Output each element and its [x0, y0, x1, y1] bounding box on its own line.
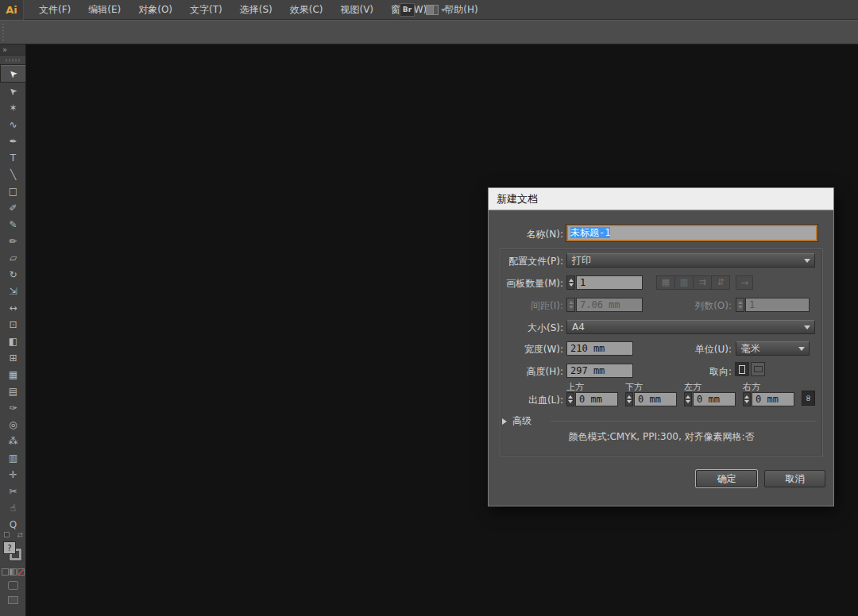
menu-file[interactable]: 文件(F) — [30, 0, 79, 19]
tool-column-graph-tool[interactable]: ▥ — [0, 449, 26, 466]
dialog-titlebar[interactable]: 新建文档 — [489, 188, 833, 210]
ok-button[interactable]: 确定 — [696, 470, 757, 487]
tool-shape-builder-tool[interactable]: ◧ — [0, 333, 26, 349]
tool-rotate-tool[interactable]: ↻ — [0, 266, 26, 283]
orientation-label: 取向: — [660, 365, 732, 379]
rectangle-tool-icon: □ — [9, 187, 17, 196]
bleed-bottom-label: 下方 — [625, 381, 643, 393]
go-to-bridge-button[interactable]: Br — [400, 3, 415, 17]
menu-effect[interactable]: 效果(C) — [281, 0, 332, 19]
tool-gradient-tool[interactable]: ▤ — [0, 383, 26, 399]
landscape-page-icon — [754, 366, 763, 372]
artboards-label: 画板数量(M): — [489, 277, 563, 291]
tool-direct-selection-tool[interactable]: ➤ — [0, 83, 26, 99]
bleed-top-stepper[interactable] — [566, 392, 574, 406]
menu-object[interactable]: 对象(O) — [129, 0, 181, 19]
bleed-right-label: 右方 — [743, 381, 760, 393]
bleed-left-input[interactable]: 0 mm — [693, 392, 736, 406]
tool-hand-tool[interactable]: ☝ — [0, 499, 26, 516]
tool-slice-tool[interactable]: ✂ — [0, 483, 26, 499]
pencil-tool-icon: ✎ — [9, 220, 17, 229]
workspace-switcher-button[interactable] — [426, 4, 450, 16]
bleed-label: 出血(L): — [489, 394, 563, 407]
tools-panel: » ➤➤✶∿✒T╲□✐✎✏▱↻⇲↔⊡◧⊞▦▤✑◎⁂▥✛✂☝Q ⇄ ? — [0, 44, 26, 616]
columns-stepper[interactable] — [736, 298, 744, 312]
menu-bar: Ai 文件(F)编辑(E)对象(O)文字(T)选择(S)效果(C)视图(V)窗口… — [0, 0, 858, 20]
tool-perspective-grid-tool[interactable]: ⊞ — [0, 349, 26, 366]
bleed-bottom-stepper[interactable] — [625, 392, 633, 406]
menu-select[interactable]: 选择(S) — [231, 0, 281, 19]
height-input[interactable]: 297 mm — [566, 364, 633, 378]
tool-mesh-tool[interactable]: ▦ — [0, 366, 26, 383]
tools-panel-grip[interactable] — [6, 59, 20, 62]
chevron-down-icon — [441, 9, 446, 12]
menu-type[interactable]: 文字(T) — [181, 0, 231, 19]
tool-free-transform-tool[interactable]: ⊡ — [0, 316, 26, 333]
units-dropdown[interactable]: 毫米 — [736, 341, 810, 356]
tool-pencil-tool[interactable]: ✎ — [0, 216, 26, 233]
link-bleed-values-button[interactable]: ∞ — [802, 391, 815, 406]
tool-eraser-tool[interactable]: ▱ — [0, 249, 26, 266]
bleed-right-input[interactable]: 0 mm — [752, 392, 794, 406]
name-input[interactable]: 未标题-1 — [566, 225, 817, 241]
arrange-by-row-button[interactable]: ⇉ — [693, 275, 712, 290]
tool-type-tool[interactable]: T — [0, 149, 26, 166]
tool-blend-tool[interactable]: ◎ — [0, 416, 26, 433]
columns-input[interactable]: 1 — [745, 298, 810, 312]
arrange-by-column-button[interactable]: ⇵ — [711, 275, 730, 290]
screen-mode-button[interactable] — [8, 596, 18, 604]
spacing-input[interactable]: 7.06 mm — [576, 298, 643, 312]
profile-label: 配置文件(P): — [489, 255, 563, 268]
orientation-portrait-button[interactable] — [735, 362, 749, 376]
swap-fill-stroke-button[interactable]: ⇄ — [0, 530, 26, 540]
tool-blob-brush-tool[interactable]: ✏ — [0, 233, 26, 249]
control-bar-grip[interactable] — [2, 24, 4, 41]
gradient-mode-button[interactable] — [10, 568, 17, 576]
tool-eyedropper-tool[interactable]: ✑ — [0, 399, 26, 416]
tool-symbol-sprayer-tool[interactable]: ⁂ — [0, 433, 26, 449]
grid-by-row-button[interactable]: ▦ — [656, 275, 675, 290]
width-input[interactable]: 210 mm — [566, 341, 633, 356]
cancel-button[interactable]: 取消 — [764, 470, 825, 487]
artboards-stepper[interactable] — [566, 275, 575, 290]
bleed-bottom-input[interactable]: 0 mm — [634, 392, 677, 406]
tool-width-tool[interactable]: ↔ — [0, 299, 26, 316]
profile-dropdown[interactable]: 打印 — [566, 253, 815, 268]
advanced-toggle[interactable]: 高级 — [512, 414, 531, 428]
draw-mode-button[interactable] — [8, 581, 18, 590]
bleed-top-input[interactable]: 0 mm — [575, 392, 618, 406]
change-to-right-to-left-button[interactable]: → — [736, 275, 753, 290]
tool-pen-tool[interactable]: ✒ — [0, 133, 26, 149]
spacing-stepper[interactable] — [566, 298, 575, 312]
advanced-expand-icon — [502, 418, 507, 425]
name-input-selected-text: 未标题-1 — [570, 227, 610, 238]
tool-line-segment-tool[interactable]: ╲ — [0, 166, 26, 183]
symbol-sprayer-tool-icon: ⁂ — [9, 437, 18, 446]
tool-scale-tool[interactable]: ⇲ — [0, 283, 26, 299]
spacing-label: 间距(I): — [489, 299, 563, 313]
tools-panel-collapse-button[interactable]: » — [0, 44, 25, 56]
fill-swatch[interactable]: ? — [3, 541, 16, 554]
eraser-tool-icon: ▱ — [10, 253, 17, 263]
none-mode-button[interactable] — [17, 568, 25, 576]
tool-lasso-tool[interactable]: ∿ — [0, 116, 26, 133]
tool-magic-wand-tool[interactable]: ✶ — [0, 99, 26, 116]
eyedropper-tool-icon: ✑ — [9, 403, 17, 413]
paint-mode-buttons — [0, 568, 26, 576]
orientation-landscape-button[interactable] — [751, 362, 765, 376]
artboard-grid-buttons: ▦▥⇉⇵ — [656, 275, 729, 290]
size-dropdown-value: A4 — [572, 321, 585, 333]
grid-by-column-button[interactable]: ▥ — [674, 275, 694, 290]
bleed-left-label: 左方 — [684, 381, 701, 393]
size-dropdown[interactable]: A4 — [566, 320, 815, 334]
tool-rectangle-tool[interactable]: □ — [0, 183, 26, 199]
tool-paintbrush-tool[interactable]: ✐ — [0, 199, 26, 216]
tool-artboard-tool[interactable]: ✛ — [0, 466, 26, 483]
menu-view[interactable]: 视图(V) — [331, 0, 382, 19]
tool-selection-tool[interactable]: ➤ — [0, 64, 26, 83]
artboards-input[interactable]: 1 — [576, 275, 643, 290]
menu-edit[interactable]: 编辑(E) — [79, 0, 129, 19]
bleed-left-stepper[interactable] — [684, 392, 692, 406]
color-mode-button[interactable] — [2, 568, 9, 576]
bleed-right-stepper[interactable] — [743, 392, 751, 406]
